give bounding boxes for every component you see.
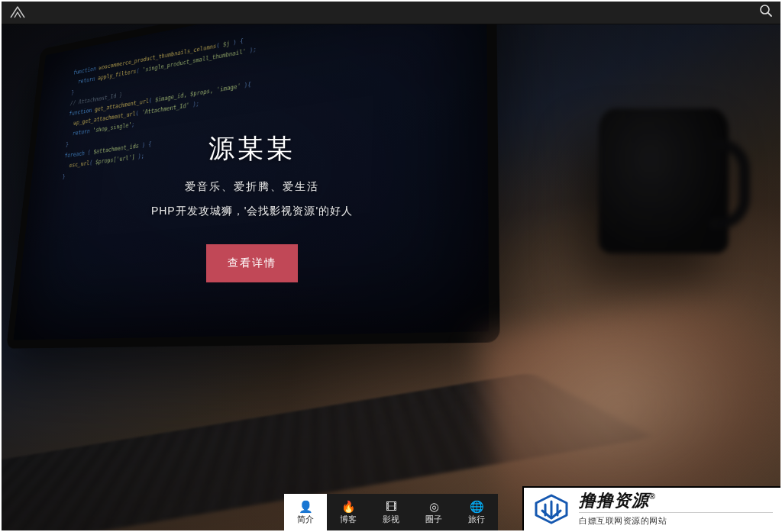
circle-icon: ◎ (429, 501, 439, 512)
film-icon: 🎞 (386, 501, 397, 512)
watermark-badge: 撸撸资源® 白嫖互联网资源的网站 (522, 486, 782, 532)
nav-profile[interactable]: 👤 简介 (284, 494, 327, 532)
nav-travel[interactable]: 🌐 旅行 (455, 494, 498, 532)
badge-title: 撸撸资源® (579, 492, 773, 509)
badge-subtitle: 白嫖互联网资源的网站 (579, 512, 773, 527)
registered-mark: ® (649, 492, 656, 501)
user-icon: 👤 (299, 501, 313, 512)
nav-video[interactable]: 🎞 影视 (370, 494, 412, 532)
bottom-nav: 👤 简介 🔥 博客 🎞 影视 ◎ 圈子 🌐 旅行 (284, 494, 498, 532)
hero-subtitle-2: PHP开发攻城狮，'会找影视资源'的好人 (115, 205, 389, 218)
logo-icon[interactable] (9, 5, 26, 19)
top-header (0, 0, 782, 24)
nav-label: 影视 (383, 514, 399, 525)
badge-logo-icon (532, 492, 571, 526)
fire-icon: 🔥 (341, 501, 356, 512)
badge-text: 撸撸资源® 白嫖互联网资源的网站 (579, 492, 773, 527)
nav-label: 简介 (297, 514, 314, 525)
cta-button[interactable]: 查看详情 (206, 244, 298, 282)
hero-content: 源某某 爱音乐、爱折腾、爱生活 PHP开发攻城狮，'会找影视资源'的好人 查看详… (115, 131, 389, 282)
nav-label: 旅行 (468, 514, 485, 525)
svg-line-1 (768, 12, 771, 15)
nav-blog[interactable]: 🔥 博客 (327, 494, 370, 532)
globe-icon: 🌐 (470, 501, 484, 512)
search-icon[interactable] (759, 4, 773, 21)
nav-circle[interactable]: ◎ 圈子 (412, 494, 455, 532)
badge-title-text: 撸撸资源 (579, 491, 649, 510)
hero-section: function woocommerce_product_thumbnails_… (0, 24, 782, 532)
hero-title: 源某某 (115, 131, 389, 166)
nav-label: 圈子 (425, 514, 442, 525)
nav-label: 博客 (340, 514, 357, 525)
hero-subtitle-1: 爱音乐、爱折腾、爱生活 (115, 180, 389, 194)
